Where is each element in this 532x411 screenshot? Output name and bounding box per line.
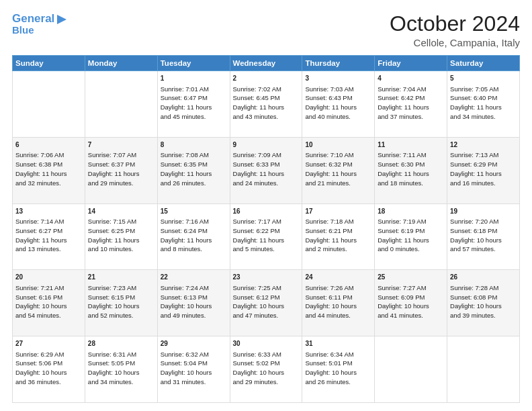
day-number: 30	[233, 339, 300, 349]
cell-line: Sunrise: 7:16 AM	[161, 217, 227, 226]
cell-line: Sunrise: 7:27 AM	[378, 283, 444, 293]
day-number: 25	[378, 273, 444, 283]
cell-line: Sunrise: 7:14 AM	[15, 217, 82, 226]
calendar-cell: 23Sunrise: 7:25 AMSunset: 6:12 PMDayligh…	[230, 270, 302, 336]
cell-line: Sunrise: 6:33 AM	[233, 350, 300, 359]
day-number: 6	[15, 140, 82, 150]
calendar-cell: 18Sunrise: 7:19 AMSunset: 6:19 PMDayligh…	[375, 203, 447, 270]
calendar-row: 13Sunrise: 7:14 AMSunset: 6:27 PMDayligh…	[13, 203, 520, 270]
subtitle: Cellole, Campania, Italy	[390, 37, 520, 48]
cell-line: Sunrise: 7:03 AM	[305, 85, 371, 94]
calendar-cell: 7Sunrise: 7:07 AMSunset: 6:37 PMDaylight…	[85, 137, 157, 203]
day-number: 23	[233, 273, 300, 283]
cell-line: and 29 minutes.	[88, 179, 154, 188]
cell-line: Sunset: 6:38 PM	[15, 160, 82, 169]
calendar-cell: 10Sunrise: 7:10 AMSunset: 6:32 PMDayligh…	[302, 137, 375, 203]
calendar-cell: 5Sunrise: 7:05 AMSunset: 6:40 PMDaylight…	[447, 71, 520, 138]
cell-line: Sunset: 6:37 PM	[88, 160, 154, 169]
cell-line: Sunset: 6:35 PM	[161, 160, 227, 169]
cell-line: Sunset: 6:43 PM	[305, 93, 371, 103]
cell-line: Daylight: 11 hours	[450, 103, 517, 112]
cell-line: Sunrise: 6:34 AM	[305, 350, 371, 359]
calendar-cell: 26Sunrise: 7:28 AMSunset: 6:08 PMDayligh…	[447, 270, 520, 336]
cell-line: and 36 minutes.	[15, 377, 82, 387]
cell-line: Sunrise: 7:19 AM	[378, 217, 444, 226]
logo-col: General Blue	[12, 12, 68, 36]
cell-line: Sunrise: 6:32 AM	[161, 350, 227, 359]
cell-line: Daylight: 11 hours	[305, 169, 371, 179]
cell-line: Sunrise: 7:17 AM	[233, 217, 300, 226]
day-number: 27	[15, 339, 82, 349]
calendar-cell: 31Sunrise: 6:34 AMSunset: 5:01 PMDayligh…	[302, 336, 375, 403]
calendar-cell: 3Sunrise: 7:03 AMSunset: 6:43 PMDaylight…	[302, 71, 375, 138]
cell-line: Sunset: 6:42 PM	[378, 93, 444, 103]
cell-line: Sunset: 6:13 PM	[161, 293, 227, 302]
day-number: 2	[233, 74, 300, 84]
cell-line: Sunrise: 7:13 AM	[450, 150, 517, 160]
day-number: 12	[450, 140, 517, 150]
calendar-cell: 11Sunrise: 7:11 AMSunset: 6:30 PMDayligh…	[375, 137, 447, 203]
cell-line: Daylight: 10 hours	[305, 302, 371, 311]
cell-line: and 8 minutes.	[161, 244, 227, 254]
cell-line: Daylight: 10 hours	[161, 302, 227, 311]
cell-line: Sunset: 6:18 PM	[450, 226, 517, 236]
cell-line: and 32 minutes.	[15, 179, 82, 188]
calendar-cell: 27Sunrise: 6:29 AMSunset: 5:06 PMDayligh…	[13, 336, 85, 403]
cell-line: Daylight: 11 hours	[305, 103, 371, 112]
page: General Blue October 2024 Cellole, Campa…	[0, 0, 532, 411]
cell-line: Daylight: 11 hours	[161, 103, 227, 112]
cell-line: and 16 minutes.	[450, 179, 517, 188]
cell-line: Daylight: 10 hours	[378, 302, 444, 311]
col-header-saturday: Saturday	[447, 56, 520, 71]
cell-line: and 49 minutes.	[161, 311, 227, 320]
cell-line: Sunset: 6:29 PM	[450, 160, 517, 169]
cell-line: Sunset: 5:02 PM	[233, 359, 300, 368]
cell-line: Sunset: 6:30 PM	[378, 160, 444, 169]
calendar-cell: 8Sunrise: 7:08 AMSunset: 6:35 PMDaylight…	[157, 137, 230, 203]
cell-line: and 37 minutes.	[378, 112, 444, 122]
cell-line: Sunrise: 7:05 AM	[450, 85, 517, 94]
col-header-sunday: Sunday	[13, 56, 85, 71]
day-number: 29	[161, 339, 227, 349]
cell-line: Daylight: 10 hours	[161, 368, 227, 377]
calendar-cell: 2Sunrise: 7:02 AMSunset: 6:45 PMDaylight…	[230, 71, 302, 138]
cell-line: and 26 minutes.	[305, 377, 371, 387]
cell-line: Sunset: 6:24 PM	[161, 226, 227, 236]
day-number: 28	[88, 339, 154, 349]
col-header-tuesday: Tuesday	[157, 56, 230, 71]
calendar-cell	[85, 71, 157, 138]
cell-line: Sunrise: 7:15 AM	[88, 217, 154, 226]
cell-line: Sunset: 6:47 PM	[161, 93, 227, 103]
day-number: 7	[88, 140, 154, 150]
calendar-cell: 12Sunrise: 7:13 AMSunset: 6:29 PMDayligh…	[447, 137, 520, 203]
day-number: 20	[15, 273, 82, 283]
cell-line: Sunset: 6:32 PM	[305, 160, 371, 169]
calendar-cell: 9Sunrise: 7:09 AMSunset: 6:33 PMDaylight…	[230, 137, 302, 203]
calendar-cell: 29Sunrise: 6:32 AMSunset: 5:04 PMDayligh…	[157, 336, 230, 403]
cell-line: Sunrise: 7:26 AM	[305, 283, 371, 293]
calendar-row: 27Sunrise: 6:29 AMSunset: 5:06 PMDayligh…	[13, 336, 520, 403]
day-number: 24	[305, 273, 371, 283]
day-number: 26	[450, 273, 517, 283]
cell-line: and 13 minutes.	[15, 244, 82, 254]
cell-line: Daylight: 10 hours	[88, 368, 154, 377]
calendar-cell: 15Sunrise: 7:16 AMSunset: 6:24 PMDayligh…	[157, 203, 230, 270]
cell-line: Daylight: 10 hours	[450, 302, 517, 311]
calendar-cell: 24Sunrise: 7:26 AMSunset: 6:11 PMDayligh…	[302, 270, 375, 336]
cell-line: Sunset: 5:04 PM	[161, 359, 227, 368]
cell-line: Daylight: 11 hours	[161, 236, 227, 245]
cell-line: Sunset: 6:27 PM	[15, 226, 82, 236]
cell-line: Daylight: 11 hours	[15, 236, 82, 245]
day-number: 9	[233, 140, 300, 150]
cell-line: Daylight: 10 hours	[233, 302, 300, 311]
calendar-row: 6Sunrise: 7:06 AMSunset: 6:38 PMDaylight…	[13, 137, 520, 203]
cell-line: and 0 minutes.	[378, 244, 444, 254]
cell-line: Sunrise: 7:28 AM	[450, 283, 517, 293]
cell-line: and 57 minutes.	[450, 244, 517, 254]
cell-line: Sunrise: 7:07 AM	[88, 150, 154, 160]
cell-line: Daylight: 11 hours	[15, 169, 82, 179]
day-number: 4	[378, 74, 444, 84]
cell-line: Sunrise: 7:20 AM	[450, 217, 517, 226]
cell-line: Sunset: 6:12 PM	[233, 293, 300, 302]
cell-line: Sunrise: 7:10 AM	[305, 150, 371, 160]
